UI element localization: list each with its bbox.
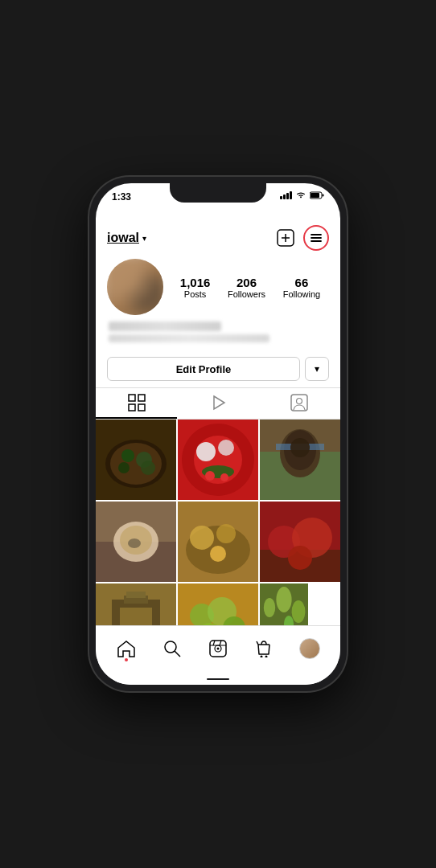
shop-icon (255, 640, 273, 657)
svg-point-51 (292, 518, 332, 558)
svg-rect-35 (276, 444, 324, 450)
avatar[interactable] (107, 259, 163, 315)
wifi-icon (295, 191, 306, 199)
svg-line-70 (175, 651, 180, 657)
svg-point-69 (165, 641, 176, 653)
svg-point-44 (186, 526, 250, 574)
svg-point-60 (208, 597, 237, 625)
svg-rect-64 (260, 583, 308, 625)
nav-profile[interactable] (294, 633, 326, 665)
nav-reels[interactable] (202, 633, 234, 665)
svg-rect-37 (96, 502, 176, 582)
profile-header: iowal ▾ (96, 219, 340, 256)
profile-dropdown-button[interactable]: ▾ (305, 357, 329, 381)
username-chevron-icon: ▾ (142, 234, 146, 243)
svg-point-19 (121, 449, 134, 462)
reels-icon (209, 640, 227, 657)
svg-rect-57 (126, 592, 146, 598)
svg-point-26 (196, 442, 216, 461)
tab-tagged[interactable] (259, 388, 340, 419)
nav-search[interactable] (156, 633, 188, 665)
svg-point-36 (290, 438, 310, 457)
home-dot (125, 658, 128, 661)
svg-point-65 (264, 598, 275, 617)
svg-point-33 (280, 429, 320, 477)
followers-stat[interactable]: 206 Followers (228, 276, 265, 299)
svg-point-73 (216, 647, 219, 649)
grid-item[interactable] (178, 502, 258, 582)
posts-label: Posts (184, 289, 207, 299)
svg-rect-43 (178, 502, 258, 582)
svg-point-41 (120, 526, 152, 555)
phone-screen: 1:33 (96, 183, 340, 685)
svg-rect-10 (138, 395, 145, 401)
grid-item[interactable] (178, 583, 258, 625)
svg-point-15 (297, 399, 302, 404)
grid-image-2 (178, 420, 258, 500)
nav-home[interactable] (110, 633, 142, 665)
svg-rect-32 (260, 452, 340, 500)
bio-area (107, 321, 329, 342)
svg-marker-13 (214, 396, 224, 409)
dropdown-arrow-icon: ▾ (315, 363, 319, 375)
svg-rect-23 (178, 420, 258, 500)
search-icon (163, 640, 181, 657)
grid-item[interactable] (260, 583, 308, 625)
posts-count: 1,016 (180, 276, 211, 289)
add-post-button[interactable] (274, 227, 297, 249)
svg-point-47 (210, 546, 226, 562)
tab-grid[interactable] (96, 388, 177, 419)
grid-item[interactable] (260, 420, 340, 500)
nav-shop[interactable] (248, 633, 280, 665)
svg-rect-48 (260, 502, 340, 582)
signal-icon (280, 191, 292, 199)
svg-point-18 (110, 443, 162, 485)
svg-line-76 (220, 641, 221, 645)
grid-item[interactable] (260, 502, 340, 582)
grid-image-8 (178, 583, 258, 625)
grid-image-5 (178, 502, 258, 582)
following-stat[interactable]: 66 Following (283, 276, 320, 299)
status-icons (280, 191, 324, 199)
svg-point-50 (268, 526, 300, 558)
grid-image-3 (260, 420, 340, 500)
grid-item[interactable] (178, 420, 258, 500)
photo-grid (96, 420, 340, 625)
menu-button[interactable] (303, 225, 329, 251)
edit-profile-row: Edit Profile ▾ (96, 350, 340, 387)
svg-rect-9 (129, 395, 135, 401)
tag-person-icon (290, 394, 308, 411)
svg-point-61 (223, 616, 245, 625)
svg-rect-49 (260, 550, 340, 582)
svg-rect-55 (120, 608, 152, 625)
svg-line-75 (213, 641, 215, 645)
svg-point-40 (113, 522, 158, 562)
grid-item[interactable] (96, 502, 176, 582)
grid-image-7 (96, 583, 176, 625)
plus-square-icon (277, 229, 294, 247)
svg-point-30 (220, 473, 228, 481)
svg-point-67 (292, 600, 306, 623)
grid-item[interactable] (96, 583, 176, 625)
svg-point-46 (216, 524, 236, 543)
header-icons (274, 225, 329, 251)
tab-reels[interactable] (177, 388, 258, 419)
svg-point-42 (128, 538, 141, 548)
svg-point-45 (190, 526, 214, 550)
posts-stat[interactable]: 1,016 Posts (180, 276, 211, 299)
svg-rect-56 (124, 596, 148, 604)
hamburger-icon (310, 233, 323, 243)
svg-point-27 (218, 440, 234, 456)
followers-label: Followers (228, 289, 265, 299)
svg-rect-2 (323, 194, 324, 197)
username-row[interactable]: iowal ▾ (107, 231, 146, 245)
app-content: iowal ▾ (96, 219, 340, 625)
play-icon (209, 394, 227, 411)
profile-avatar-nav (299, 638, 320, 659)
home-indicator (207, 678, 229, 680)
grid-item[interactable] (96, 420, 176, 500)
svg-point-17 (105, 440, 167, 488)
edit-profile-button[interactable]: Edit Profile (107, 357, 300, 381)
home-icon (117, 640, 136, 657)
grid-image-1 (96, 420, 176, 500)
